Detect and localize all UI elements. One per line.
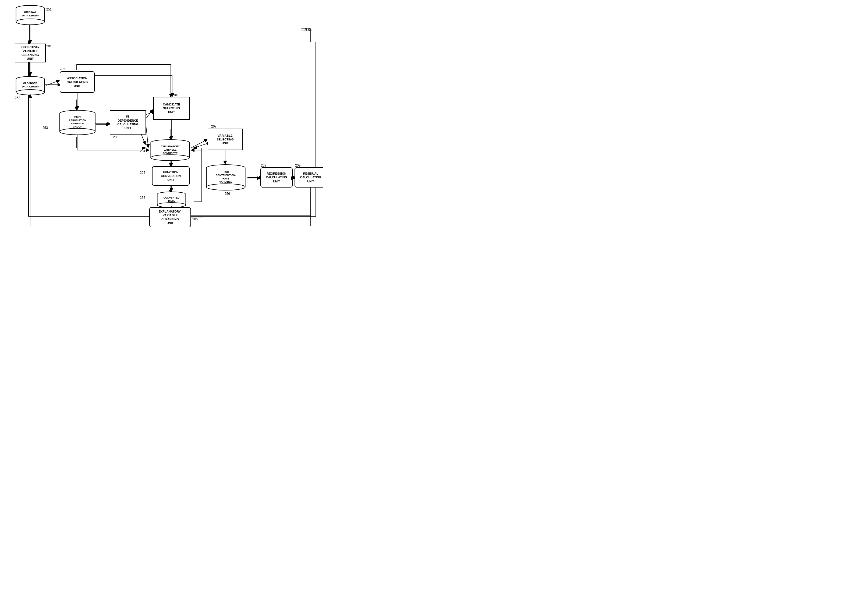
svg-point-40 bbox=[157, 203, 186, 208]
expl-cleansing-unit: EXPLANATORY-VARIABLECLEANSINGUNIT bbox=[149, 207, 191, 227]
ref-207: 207 bbox=[211, 124, 217, 128]
ref-209: 209 bbox=[295, 164, 301, 167]
independence-calc-unit: IN-DEPENDENCECALCULATINGUNIT bbox=[110, 110, 146, 135]
ref-204: 204 bbox=[172, 93, 178, 97]
candidate-selecting-unit: CANDIDATESELECTINGUNIT bbox=[153, 97, 190, 120]
ref-205: 205 bbox=[140, 171, 145, 175]
ref-255: 255 bbox=[140, 196, 145, 200]
regression-calc-unit: REGRESSIONCALCULATINGUNIT bbox=[260, 167, 293, 188]
svg-point-20 bbox=[16, 19, 45, 25]
variable-selecting-unit: VARIABLESELECTINGUNIT bbox=[208, 129, 243, 150]
expl-var-candidate: EXPLANATORYVARIABLECANDIDATE bbox=[149, 140, 191, 161]
svg-point-45 bbox=[206, 184, 245, 190]
svg-point-25 bbox=[16, 90, 45, 95]
obj-cleansing-unit: OBJECTIVE-VARIABLECLEANSINGUNIT bbox=[15, 43, 46, 62]
original-data-label: ORIGINALDATA GROUP bbox=[20, 11, 40, 17]
high-contrib-rate-var: HIGHCONTRIBUTION-RATEVARIABLE bbox=[205, 164, 246, 191]
ref-256: 256 bbox=[225, 192, 230, 195]
high-assoc-var-group: HIGHASSOCIATIONVARIABLEGROUP bbox=[59, 110, 96, 135]
high-contrib-label: HIGHCONTRIBUTION-RATEVARIABLE bbox=[214, 170, 238, 183]
high-assoc-label: HIGHASSOCIATIONVARIABLEGROUP bbox=[67, 115, 88, 128]
cleansed-data-group: CLEANSEDDATA GROUP bbox=[15, 76, 46, 95]
original-data-group: ORIGINALDATA GROUP bbox=[15, 5, 46, 25]
converted-data: CONVERTEDDATA bbox=[156, 192, 187, 208]
diagram-container: 200 bbox=[0, 0, 323, 229]
expl-var-cand-label: EXPLANATORYVARIABLECANDIDATE bbox=[158, 145, 182, 155]
ref-206: 206 bbox=[192, 217, 198, 221]
label-200: 200 bbox=[304, 27, 312, 33]
svg-point-30 bbox=[60, 128, 95, 135]
ref-251: 251 bbox=[46, 8, 52, 11]
ref-202: 202 bbox=[60, 67, 65, 71]
function-conversion-unit: FUNCTIONCONVERSIONUNIT bbox=[152, 166, 190, 186]
ref-254: 254 bbox=[140, 149, 145, 153]
ref-201: 201 bbox=[46, 44, 52, 48]
residual-calc-unit: RESIDUALCALCULATINGUNIT bbox=[294, 167, 323, 188]
ref-253: 253 bbox=[42, 126, 48, 130]
svg-point-35 bbox=[151, 155, 190, 161]
ref-208: 208 bbox=[261, 164, 266, 167]
assoc-calc-unit: ASSOCIATIONCALCULATINGUNIT bbox=[60, 71, 95, 93]
ref-252: 252 bbox=[15, 96, 20, 100]
converted-data-label: CONVERTEDDATA bbox=[161, 196, 182, 203]
cleansed-data-label: CLEANSEDDATA GROUP bbox=[20, 82, 40, 88]
ref-203: 203 bbox=[113, 135, 118, 139]
